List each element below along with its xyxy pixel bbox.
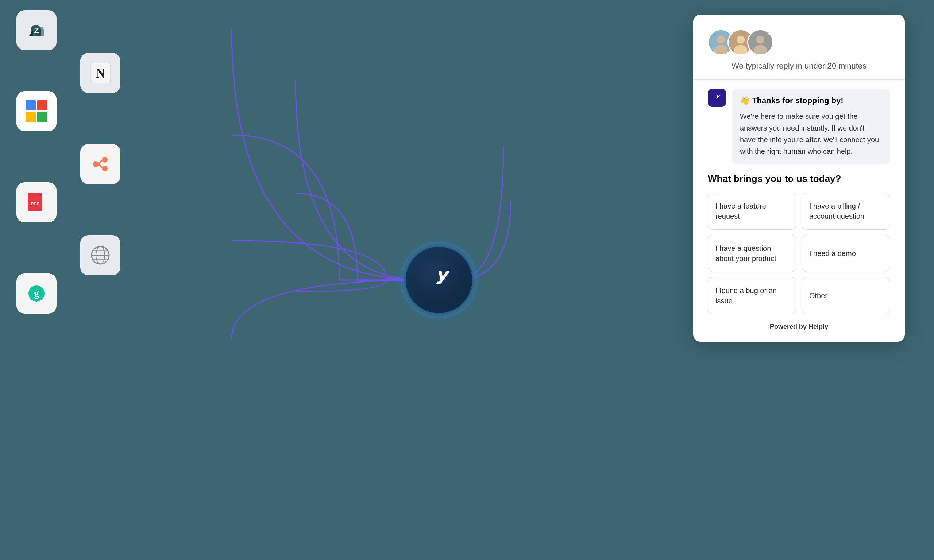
google-icon [24,98,49,124]
svg-point-26 [714,45,728,55]
svg-point-31 [756,36,764,44]
pdf-icon-box: PDF [16,182,57,222]
brand-name: Helply [809,323,828,330]
svg-line-17 [99,160,102,164]
bot-greeting: 👋 Thanks for stopping by! [740,96,882,105]
bot-avatar-logo: ʸ [715,93,718,102]
svg-point-15 [102,166,108,171]
notion-icon-box: N [80,53,120,93]
svg-point-28 [737,36,744,44]
pdf-icon: PDF [25,191,49,214]
grammarly-icon-box: g [16,274,57,314]
svg-rect-2 [37,100,48,111]
chat-widget: We typically reply in under 20 minutes ʸ… [693,15,905,342]
powered-by: Powered by Helply [708,323,890,331]
option-product-question[interactable]: I have a question about your product [708,235,797,272]
notion-icon: N [89,61,113,85]
options-grid: I have a feature request I have a billin… [708,192,890,314]
svg-rect-3 [26,112,36,122]
option-other[interactable]: Other [801,277,890,314]
svg-point-14 [102,157,108,163]
svg-text:N: N [95,65,105,81]
svg-rect-1 [26,100,36,111]
powered-by-text: Powered by [770,323,807,330]
hubspot-icon-box [80,144,120,184]
center-circle-ring [401,242,477,318]
bot-message-bubble: 👋 Thanks for stopping by! We're here to … [732,89,890,165]
svg-text:PDF: PDF [31,202,39,206]
bot-message-row: ʸ 👋 Thanks for stopping by! We're here t… [708,89,890,165]
www-icon-box [80,235,120,275]
svg-point-25 [717,36,725,44]
option-feature-request[interactable]: I have a feature request [708,192,797,230]
svg-point-29 [734,45,748,55]
www-icon [89,243,113,267]
zendesk-icon-box: Z [16,10,57,50]
reply-time-text: We typically reply in under 20 minutes [708,61,890,71]
option-bug-issue[interactable]: I found a bug or an issue [708,277,797,314]
hubspot-icon [89,152,113,176]
avatars-row [708,29,890,55]
svg-rect-4 [37,112,48,122]
svg-point-16 [93,161,99,167]
zendesk-icon: Z [26,19,48,41]
bot-avatar: ʸ [708,89,726,107]
bot-body-text: We're here to make sure you get the answ… [740,111,882,157]
svg-text:g: g [34,287,39,298]
option-demo[interactable]: I need a demo [801,235,890,272]
question-title: What brings you to us today? [708,173,890,185]
divider [693,80,905,80]
google-icon-box [16,91,57,131]
avatar-3 [747,29,774,55]
svg-rect-8 [28,192,39,196]
option-billing-account[interactable]: I have a billing / account question [801,192,890,230]
svg-line-18 [99,164,102,168]
avatar-3-image [748,29,772,55]
svg-text:Z: Z [34,26,39,35]
grammarly-icon: g [25,282,49,306]
svg-point-32 [754,45,767,55]
